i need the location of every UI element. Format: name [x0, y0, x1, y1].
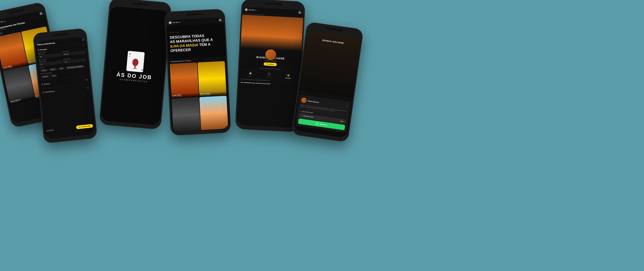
clear-filters-btn[interactable]: Limpar filtros	[46, 129, 54, 132]
stat-price-label: R$ 300/h	[285, 77, 291, 79]
characteristics-chevron[interactable]: ∨	[87, 86, 89, 89]
stat-age-icon: 📅	[248, 71, 252, 75]
chip-presencial[interactable]: Presencial	[41, 75, 50, 78]
hero-section: ÁS DO JOB DESCUBRA TODAS AS MARAVILHAS Q…	[166, 23, 226, 60]
logo-card-svg: A ♠ A	[123, 49, 148, 74]
phone3-vol-up	[106, 27, 107, 34]
homepage-grid: Luana Tabbet Qttos. local / Ingleses Bia…	[168, 60, 228, 99]
stat-location-icon: 📍	[267, 72, 271, 76]
hp-card-2[interactable]: Bianca Solvane Com local / Canavieiras	[198, 61, 226, 96]
hp-card2-label: Bianca Solvane Com local / Canavieiras	[199, 91, 226, 96]
results-button[interactable]: Ver resultados (56)	[76, 124, 93, 129]
phone5-menu-icon[interactable]	[298, 12, 301, 14]
collapse-icon[interactable]: ∧	[83, 44, 84, 46]
services-row[interactable]: 👤 Serviços ∨	[41, 77, 88, 87]
phone1-brand-text: ÁS DO J...	[0, 20, 7, 24]
services-label-row: 👤 Serviços	[41, 83, 50, 85]
svg-text:A: A	[170, 22, 170, 23]
stat-price-icon: 💰	[286, 73, 290, 77]
phone4-screen: A ÁS DO J... ÁS DO JOB DES	[166, 17, 230, 132]
filter-section-main: ★ Principais ∧ Filtre por valor Valor mí…	[38, 44, 88, 79]
chip-homens[interactable]: Homens	[40, 69, 48, 72]
hp-card-4[interactable]	[199, 96, 228, 131]
phone4-brand: ÁS DO J...	[172, 21, 182, 24]
whatsapp-icon	[316, 122, 318, 125]
popup-person-name: Bianca Solvane	[308, 100, 319, 103]
phone5-vol-up	[239, 28, 240, 35]
phone2-screen: Filtrar preferências ✕ ★ Principais ∧ Fi…	[35, 36, 96, 139]
hp-card1-label: Luana Tabbet Qttos. local / Ingleses	[172, 93, 199, 98]
phone5-brand: ÁS DO J...	[248, 9, 258, 11]
homepage-grid-row2	[170, 96, 230, 132]
phone3-wrapper: A ♠ A ÁS DO JOB ACOMPANHANTES	[98, 0, 175, 137]
profile-hero-image	[240, 14, 303, 51]
hp-card-3[interactable]	[172, 97, 200, 132]
phone5-screen: ÁS DO J... Acompanhantes em Floripa › Bi…	[236, 7, 304, 128]
stat-price: 💰 R$ 300/h	[285, 73, 291, 79]
stat-age: 📅 26 anos	[248, 71, 252, 77]
popup-avatar	[301, 97, 307, 103]
characteristics-label-row: 🔧 Características	[42, 90, 55, 93]
phone2-power	[90, 61, 91, 71]
chip-mulheres[interactable]: Mulheres	[49, 68, 57, 71]
avatar-img	[265, 49, 276, 60]
popup-close-button[interactable]: ✕	[346, 105, 348, 108]
svg-text:A: A	[129, 52, 131, 55]
ver-telefone-button[interactable]: Ver telefone	[264, 62, 277, 66]
stat-location-label: Com local	[266, 76, 271, 78]
phone4-body: A ÁS DO J... ÁS DO JOB DES	[164, 9, 231, 136]
star-icon: ★	[38, 49, 39, 51]
chip-virtual[interactable]: Virtual	[51, 74, 57, 77]
whatsapp-label: WhatsApp	[320, 123, 327, 126]
phone3-body: A ♠ A ÁS DO JOB ACOMPANHANTES	[99, 0, 172, 130]
phone6-power	[358, 63, 360, 73]
filter-footer: Limpar filtros Ver resultados (56)	[46, 124, 93, 132]
phone5-vol-down	[239, 37, 240, 44]
phone1-menu-icon[interactable]	[40, 12, 42, 15]
phone3-vol-down	[105, 36, 106, 42]
stat-age-label: 26 anos	[248, 76, 252, 77]
phone4-power	[226, 42, 228, 52]
chip-pcd[interactable]: PcD - Pessoas com deficiência	[66, 65, 84, 69]
phone4-menu-icon[interactable]	[219, 19, 222, 21]
profile-screen: ÁS DO J... Acompanhantes em Floripa › Bi…	[236, 7, 304, 128]
logo-screen: A ♠ A ÁS DO JOB ACOMPANHANTES	[100, 6, 170, 126]
hero-title: DESCUBRA TODAS AS MARAVILHAS QUE A ILHA …	[170, 32, 223, 53]
svg-rect-7	[134, 66, 136, 68]
card3-label: Jéssica Bionosa Com local / Centro	[9, 95, 35, 104]
popup-user-info: Bianca Solvane	[301, 97, 319, 105]
phone5-logo-icon	[245, 8, 248, 11]
characteristics-row[interactable]: 🔧 Características ∨	[42, 85, 89, 95]
stat-location: 📍 Com local	[266, 72, 271, 78]
phone4-logo-area: A ÁS DO J...	[168, 21, 182, 24]
homepage-screen: A ÁS DO J... ÁS DO JOB DES	[166, 17, 230, 132]
services-chevron[interactable]: ∨	[86, 78, 88, 81]
phone2-wrapper: Filtrar preferências ✕ ★ Principais ∧ Fi…	[32, 28, 102, 150]
phone4-logo-icon: A	[168, 21, 172, 24]
filter-close-icon[interactable]: ✕	[82, 38, 84, 42]
svg-text:A: A	[141, 68, 143, 72]
phone5-logo-area: ÁS DO J...	[245, 8, 258, 12]
hp-card-1[interactable]: Luana Tabbet Qttos. local / Ingleses	[170, 62, 199, 98]
scene: A ÁS DO J... Acompanhantes em Floripa O	[0, 0, 644, 271]
phone4-wrapper: A ÁS DO J... ÁS DO JOB DES	[164, 8, 235, 142]
hero-brand: ÁS DO JOB	[170, 29, 222, 33]
filter-panel: Filtrar preferências ✕ ★ Principais ∧ Fi…	[35, 36, 96, 139]
phone2-body: Filtrar preferências ✕ ★ Principais ∧ Fi…	[32, 28, 98, 144]
phone3-screen: A ♠ A ÁS DO JOB ACOMPANHANTES	[100, 6, 170, 126]
logo-svg-container: A ♠ A ÁS DO JOB ACOMPANHANTES	[116, 48, 154, 83]
chip-casais[interactable]: Casais	[58, 67, 65, 70]
